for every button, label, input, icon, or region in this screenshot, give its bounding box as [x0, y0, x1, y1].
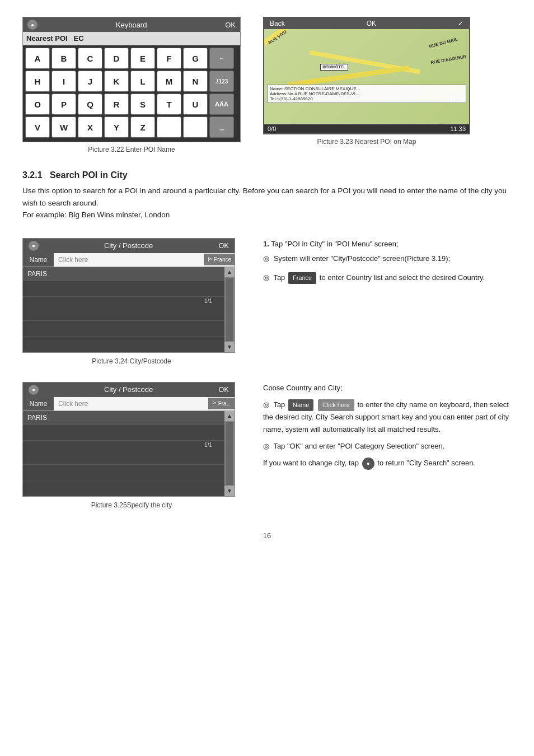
- page-indicator-2: 1/1: [23, 441, 224, 449]
- france-inline-btn[interactable]: France: [288, 272, 316, 284]
- key-T[interactable]: T: [157, 94, 181, 115]
- city-list-spacer-2d: [23, 480, 224, 496]
- key-N[interactable]: N: [183, 71, 208, 92]
- key-M[interactable]: M: [157, 71, 181, 92]
- key-C[interactable]: C: [78, 48, 102, 69]
- step2-text: System will enter "City/Postcode" screen…: [274, 254, 451, 263]
- key-O[interactable]: O: [25, 94, 50, 115]
- poi-name: Name: SECTION CONSULAIRE MEXIQUE...: [270, 86, 463, 91]
- kbd-row-1: A B C D E F G ←: [25, 48, 238, 69]
- city-country-btn-1[interactable]: 🏳 France: [204, 254, 235, 265]
- keyboard-title: Keyboard: [116, 21, 147, 29]
- key-E[interactable]: E: [130, 48, 155, 69]
- keyboard-titlebar: ● Keyboard OK: [23, 17, 240, 32]
- mid-right-instructions: 1. Tap "POI in City" in "POI Menu" scree…: [263, 238, 512, 365]
- map-widget-container: Back OK ✓ RUE VIVU RUE DU MAÏL RUE D'ABO…: [263, 17, 470, 153]
- key-X[interactable]: X: [78, 116, 102, 138]
- key-I[interactable]: I: [51, 71, 76, 92]
- map-body: RUE VIVU RUE DU MAÏL RUE D'ABOUKIR ⊞TIMH…: [264, 29, 469, 124]
- scroll-track-2: [226, 422, 233, 485]
- city-input-field-2[interactable]: Click here: [54, 397, 208, 410]
- scroll-up-1[interactable]: ▲: [224, 267, 235, 277]
- map-ok-btn[interactable]: OK: [367, 20, 376, 27]
- key-Q[interactable]: Q: [78, 94, 102, 115]
- step1-text: Tap "POI in City" in "POI Menu" screen;: [271, 240, 398, 248]
- poi-address: Address:No.4 RUE NOTRE-DAME-DES-VI...: [270, 91, 463, 96]
- instruction-step3: ◎ Tap France to enter Country list and s…: [263, 272, 512, 284]
- return-instruction: If you want to change city, tap ● to ret…: [263, 457, 512, 470]
- country-flag-icon-2: 🏳: [212, 400, 217, 407]
- key-D[interactable]: D: [104, 48, 129, 69]
- section-321: 3.2.1 Search POI in City Use this option…: [22, 170, 512, 221]
- city-ok-2[interactable]: OK: [218, 385, 229, 394]
- city-list-main-1: PARIS 1/1: [23, 267, 224, 352]
- map-odometer: 0/0: [268, 125, 276, 132]
- key-L[interactable]: L: [130, 71, 155, 92]
- caption-322: Picture 3.22 Enter POI Name: [22, 146, 241, 153]
- city-name-label-2: Name: [23, 397, 54, 410]
- city-titlebar-1: ● City / Postcode OK: [23, 239, 235, 253]
- key-R[interactable]: R: [104, 94, 129, 115]
- bottom-row: ● City / Postcode OK Name Click here 🏳 F…: [22, 382, 512, 509]
- scroll-down-1[interactable]: ▼: [224, 342, 235, 352]
- key-F[interactable]: F: [157, 48, 181, 69]
- return-circle-icon[interactable]: ●: [362, 458, 374, 470]
- ok-note: ◎ Tap "OK" and enter "POI Category Selec…: [263, 440, 512, 452]
- city-widget-2: ● City / Postcode OK Name Click here 🏳 F…: [22, 382, 235, 497]
- map-time: 11:33: [450, 125, 466, 132]
- key-U[interactable]: U: [183, 94, 208, 115]
- mid-row: ● City / Postcode OK Name Click here 🏳 F…: [22, 238, 512, 365]
- key-backspace[interactable]: ←: [209, 48, 234, 69]
- key-V[interactable]: V: [25, 116, 50, 138]
- city-scrollbar-2: ▲ ▼: [224, 411, 235, 496]
- city-input-field-1[interactable]: Click here: [54, 253, 204, 267]
- name-inline-btn[interactable]: Name: [288, 399, 313, 411]
- city-scrollbar-1: ▲ ▼: [224, 267, 235, 352]
- country-name-1: France: [214, 256, 231, 263]
- city-circle-icon-1[interactable]: ●: [29, 241, 39, 251]
- city-title-1: City / Postcode: [104, 241, 153, 250]
- city-country-btn-2[interactable]: 🏳 Fra...: [208, 398, 235, 409]
- country-name-2: Fra...: [218, 400, 231, 407]
- section-example: For example: Big Ben Wins minster, Londo…: [22, 209, 512, 221]
- city-ok-1[interactable]: OK: [218, 241, 229, 250]
- circle-symbol-4: ◎: [263, 442, 269, 450]
- city-widget-1: ● City / Postcode OK Name Click here 🏳 F…: [22, 238, 235, 353]
- city-list-item-paris-1[interactable]: PARIS: [23, 267, 224, 281]
- key-A[interactable]: A: [25, 48, 50, 69]
- city-circle-icon-2[interactable]: ●: [29, 385, 39, 395]
- kbd-row-4: V W X Y Z ＿: [25, 116, 238, 138]
- city-list-item-paris-2[interactable]: PARIS: [23, 411, 224, 425]
- circle-symbol-1: ◎: [263, 254, 269, 263]
- scroll-down-2[interactable]: ▼: [224, 486, 235, 496]
- key-Y[interactable]: Y: [104, 116, 129, 138]
- key-S[interactable]: S: [130, 94, 155, 115]
- keyboard-circle-icon[interactable]: ●: [27, 20, 38, 30]
- city-name-label-1: Name: [23, 253, 54, 267]
- key-accent[interactable]: ÄÂÄ: [209, 94, 234, 115]
- key-H[interactable]: H: [25, 71, 50, 92]
- bottom-right-instructions: Coose Country and City; ◎ Tap Name Click…: [263, 382, 512, 509]
- keyboard-ok[interactable]: OK: [225, 21, 236, 29]
- key-G[interactable]: G: [183, 48, 208, 69]
- scroll-up-2[interactable]: ▲: [224, 411, 235, 421]
- key-num[interactable]: .!123: [209, 71, 234, 92]
- caption-323: Picture 3.23 Nearest POI on Map: [263, 138, 470, 146]
- city-titlebar-2: ● City / Postcode OK: [23, 382, 235, 397]
- key-K[interactable]: K: [104, 71, 129, 92]
- keyboard-keys: A B C D E F G ← H I J K L M N: [23, 45, 240, 142]
- section-heading: Search POI in City: [50, 170, 128, 180]
- key-B[interactable]: B: [51, 48, 76, 69]
- key-J[interactable]: J: [78, 71, 102, 92]
- poi-tel: Tel:+(33)-1-42865620: [270, 96, 463, 101]
- return-pre: If you want to change city, tap: [263, 459, 359, 467]
- map-back-btn[interactable]: Back: [270, 20, 285, 27]
- click-here-inline-btn[interactable]: Click here: [318, 399, 354, 411]
- key-space[interactable]: ＿: [209, 116, 234, 138]
- section-desc-text: Use this option to search for a POI in a…: [22, 185, 512, 209]
- key-W[interactable]: W: [51, 116, 76, 138]
- top-row: ● Keyboard OK Nearest POI EC A B C D E F…: [22, 17, 512, 153]
- key-P[interactable]: P: [51, 94, 76, 115]
- map-check-icon: ✓: [458, 20, 463, 27]
- key-Z[interactable]: Z: [130, 116, 155, 138]
